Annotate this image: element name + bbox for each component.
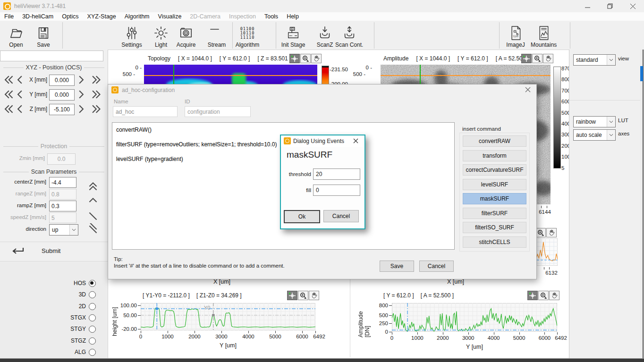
toolbar-acquire-button[interactable]: Acquire	[174, 23, 198, 48]
command-correctcurvaturesurf-button[interactable]: correctCurvatureSURF	[463, 164, 526, 176]
zoom-tool-button[interactable]	[300, 54, 311, 63]
toolbar-mountains-button[interactable]: Mountains	[531, 23, 557, 48]
menu-optics[interactable]: Optics	[58, 13, 83, 20]
ok-button[interactable]: Ok	[284, 210, 320, 223]
toolbar-imagej-button[interactable]: TIFFImageJ	[503, 23, 528, 48]
chevron-down-icon[interactable]	[69, 225, 78, 235]
toolbar-scan-cont--button[interactable]: Scan Cont.	[335, 23, 363, 48]
toolbar-init-stage-button[interactable]: Init Stage	[281, 23, 305, 48]
crosshair-cursor-button[interactable]	[287, 291, 297, 300]
minimize-button[interactable]	[578, 0, 597, 12]
event-dialog-close-icon[interactable]	[353, 138, 358, 145]
scan-param-input[interactable]: -4.4	[49, 177, 76, 188]
scan-fast-down-button[interactable]	[86, 223, 100, 237]
zoom-tool-button[interactable]	[538, 291, 549, 300]
axis-position-input[interactable]: -5.100	[49, 104, 75, 115]
step-left-button[interactable]	[15, 89, 25, 101]
menu-visualize[interactable]: Visualize	[154, 13, 186, 20]
toolbar-algorithm-button[interactable]: 011001011011110Algorithm	[235, 23, 260, 48]
mode-radio-hos[interactable]	[89, 280, 96, 287]
toolbar-scanz-button[interactable]: ScanZ	[313, 23, 337, 48]
scan-param-input[interactable]: 0.3	[49, 201, 76, 211]
name-input[interactable]: ad_hoc	[113, 106, 178, 117]
chart-plot[interactable]	[392, 303, 557, 332]
step-fast-left-button[interactable]	[1, 75, 13, 86]
topology-image[interactable]	[144, 65, 317, 86]
step-fast-right-button[interactable]	[89, 89, 101, 101]
direction-select[interactable]: up	[49, 224, 78, 236]
event-cancel-button[interactable]: Cancel	[323, 210, 359, 222]
step-fast-left-button[interactable]	[1, 104, 13, 116]
sidebar-filter-input[interactable]	[0, 51, 103, 61]
scan-up-button[interactable]	[86, 196, 100, 210]
step-fast-right-button[interactable]	[89, 75, 101, 86]
crosshair-cursor-button[interactable]	[527, 291, 538, 300]
id-input[interactable]: configuration	[185, 106, 251, 117]
title-bar[interactable]: heliViewer 3.7.1-481	[0, 0, 644, 12]
chevron-down-icon[interactable]	[607, 55, 615, 65]
pan-hand-button[interactable]	[546, 228, 557, 237]
mode-radio-alg[interactable]	[89, 349, 96, 356]
toolbar-open-button[interactable]: Open	[4, 23, 28, 48]
threshold-input[interactable]: 20	[313, 168, 360, 180]
command-convertraw-button[interactable]: convertRAW	[463, 135, 526, 147]
crosshair-cursor-button[interactable]	[289, 54, 300, 63]
command-masksurf-button[interactable]: maskSURF	[463, 193, 526, 204]
zoom-tool-button[interactable]	[535, 228, 546, 237]
mode-radio-2d[interactable]	[89, 303, 96, 310]
pan-hand-button[interactable]	[549, 291, 559, 300]
toolbar-save-button[interactable]: Save	[31, 23, 56, 48]
fill-input[interactable]: 0	[313, 185, 360, 196]
zoom-tool-button[interactable]	[532, 54, 542, 63]
crosshair-cursor-button[interactable]	[521, 54, 532, 63]
dialog-title-bar[interactable]: ad_hoc-configuration	[108, 84, 535, 96]
pan-hand-button[interactable]	[543, 54, 553, 63]
toolbar-settings-button[interactable]: Settings	[119, 23, 144, 48]
step-fast-left-button[interactable]	[1, 89, 13, 101]
step-left-button[interactable]	[15, 75, 25, 86]
chevron-down-icon[interactable]	[607, 117, 615, 127]
menu-help[interactable]: Help	[282, 13, 303, 20]
step-right-button[interactable]	[76, 89, 86, 101]
command-stitchcells-button[interactable]: stitchCELLS	[463, 236, 526, 248]
menu-3d-helicam[interactable]: 3D-heliCam	[18, 13, 58, 20]
zmin-input[interactable]: 0.0	[47, 153, 76, 165]
axes-select[interactable]: auto scale	[573, 129, 616, 141]
right-scrollbar[interactable]	[640, 50, 644, 359]
step-fast-right-button[interactable]	[89, 104, 101, 116]
close-button[interactable]	[623, 0, 642, 12]
axis-position-input[interactable]: 0.000	[49, 75, 75, 86]
pan-hand-button[interactable]	[309, 291, 319, 300]
command-levelsurf-button[interactable]: levelSURF	[463, 179, 526, 190]
mode-radio-stgz[interactable]	[89, 337, 96, 345]
menu-file[interactable]: File	[0, 13, 18, 20]
mode-radio-stgx[interactable]	[89, 314, 96, 321]
view-select[interactable]: standard	[573, 54, 616, 66]
event-dialog-title-bar[interactable]: Dialog Using Events	[281, 135, 363, 147]
command-filteriso_surf-button[interactable]: filterISO_SURF	[463, 222, 526, 233]
pan-hand-button[interactable]	[311, 54, 322, 63]
scan-fast-up-button[interactable]	[86, 180, 100, 194]
scan-down-button[interactable]	[86, 210, 100, 224]
chart-plot[interactable]: Y0	[141, 303, 315, 330]
dialog-close-icon[interactable]	[525, 87, 531, 94]
restore-button[interactable]	[601, 0, 619, 12]
save-button[interactable]: Save	[380, 261, 414, 272]
axis-position-input[interactable]: 0.000	[49, 89, 75, 101]
toolbar-light-button[interactable]: Light	[149, 23, 173, 48]
menu-algorithm[interactable]: Algorithm	[120, 13, 154, 20]
step-left-button[interactable]	[15, 104, 25, 116]
scrollbar-thumb[interactable]	[640, 66, 643, 81]
lut-select[interactable]: rainbow	[573, 116, 616, 127]
command-transform-button[interactable]: transform	[463, 150, 526, 161]
zoom-tool-button[interactable]	[298, 291, 308, 300]
submit-button[interactable]: Submit	[0, 242, 108, 261]
chevron-down-icon[interactable]	[607, 130, 615, 140]
menu-xyz-stage[interactable]: XYZ-Stage	[83, 13, 120, 20]
step-right-button[interactable]	[76, 104, 86, 116]
menu-tools[interactable]: Tools	[260, 13, 282, 20]
command-filtersurf-button[interactable]: filterSURF	[463, 208, 526, 219]
step-right-button[interactable]	[76, 75, 86, 86]
cancel-button[interactable]: Cancel	[419, 261, 454, 272]
toolbar-stream-button[interactable]: Stream	[204, 23, 229, 48]
